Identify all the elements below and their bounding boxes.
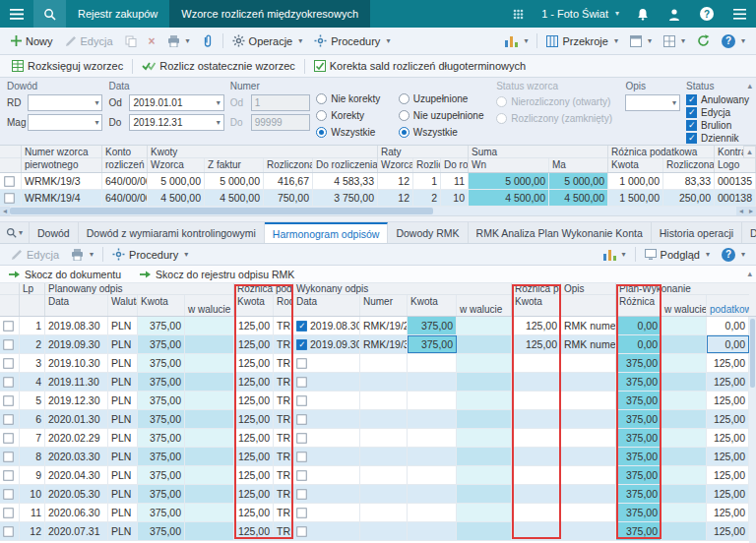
col-lp[interactable]: Lp [20, 283, 44, 295]
checkbox-icon[interactable] [4, 176, 14, 186]
checkbox-icon[interactable] [296, 470, 306, 480]
checkbox-icon[interactable] [3, 358, 13, 368]
row-select-cell[interactable] [0, 522, 20, 540]
detail-help-button[interactable]: ?▾ [716, 246, 751, 264]
col-rodzaj[interactable]: Rodzaj [274, 295, 293, 316]
cell-wyk_data[interactable] [293, 466, 360, 484]
col-raty-do-rozl[interactable]: Do rozl [441, 158, 469, 172]
schedule-grid-row[interactable]: 12019.08.30PLN375,00125,00TR2019.08.30RM… [0, 317, 749, 335]
main-grid-row[interactable]: WRMK/19/4640/00/064 500,004 500,00750,00… [0, 190, 756, 207]
checkbox-brulion[interactable]: Brulion [686, 119, 749, 132]
search-button[interactable] [33, 0, 66, 28]
col-raty-rozlicz[interactable]: Rozlicz [413, 158, 441, 172]
checkbox-anulowany[interactable]: Anulowany [686, 93, 749, 106]
checkbox-icon[interactable] [3, 508, 13, 517]
help-button[interactable]: ? [690, 7, 724, 21]
rozlicz-ostatecznie-button[interactable]: Rozlicz ostatecznie wzorzec [136, 58, 301, 74]
checkbox-icon[interactable] [3, 377, 13, 387]
col-numer-wzorca[interactable]: Numer wzorca [22, 146, 101, 158]
schedule-grid-row[interactable]: 82020.03.30PLN375,00125,00TR375,00125,00 [0, 448, 749, 466]
checkbox-icon[interactable] [296, 377, 306, 387]
scroll-left-arrow[interactable]: ◂ [0, 207, 10, 215]
tab-harmonogram-odpisow[interactable]: Harmonogram odpisów [265, 222, 389, 243]
row-select-cell[interactable] [0, 410, 20, 428]
checkbox-icon[interactable] [3, 452, 13, 461]
cell-wyk_data[interactable] [293, 429, 360, 447]
cell-wyk_data[interactable] [293, 522, 360, 540]
user-button[interactable] [659, 8, 690, 21]
options-menu-button[interactable] [724, 9, 756, 20]
tab-dowody-nadrzedne[interactable]: Dowody nadrzędne [742, 222, 756, 243]
schedule-grid-row[interactable]: 42019.11.30PLN375,00125,00TR375,00125,00 [0, 373, 749, 392]
attachments-button[interactable] [196, 32, 220, 49]
copy-button[interactable] [119, 33, 143, 49]
cell-wyk_data[interactable] [293, 392, 360, 409]
col-plan-kwota[interactable]: Kwota [138, 295, 185, 316]
schedule-grid-row[interactable]: 112020.06.30PLN375,00125,00TR375,00125,0… [0, 504, 749, 522]
scroll-right-arrow[interactable]: ▸ [746, 207, 756, 215]
collapse-filter-chevron[interactable]: ▴ [747, 82, 752, 90]
cell-wyk_data[interactable] [293, 448, 360, 465]
row-select-cell[interactable] [0, 354, 20, 372]
checkbox-icon[interactable] [3, 470, 13, 480]
cell-wyk_data[interactable]: 2019.09.30 [293, 335, 360, 353]
col-wyk-w-walucie[interactable]: w walucie [457, 295, 512, 316]
col-z-faktur[interactable]: Z faktur [205, 158, 264, 172]
radio-korekty[interactable]: Korekty [316, 107, 393, 124]
company-selector[interactable]: 1 - Foto Świat▾ [534, 8, 627, 20]
scroll-left-arrow2[interactable]: ◂ [736, 207, 746, 215]
row-select-cell[interactable] [0, 448, 20, 465]
top-tab-rejestr-zakupow[interactable]: Rejestr zakupów [66, 0, 169, 28]
radio-uzupelnione-wszystkie[interactable]: Wszystkie [399, 124, 490, 141]
col-do-rozliczenia[interactable]: Do rozliczenia [313, 158, 378, 172]
checkbox-icon[interactable] [296, 414, 306, 424]
col-pw-w-walucie[interactable]: w walucie [662, 295, 707, 316]
schedule-grid-row[interactable]: 22019.09.30PLN375,00125,00TR2019.09.30RM… [0, 335, 749, 354]
checkbox-icon[interactable] [3, 339, 13, 349]
refresh-button[interactable] [691, 32, 716, 49]
cell-wyk_data[interactable] [293, 373, 360, 391]
cell-wyk_data[interactable] [293, 485, 360, 503]
cell-wyk_data[interactable] [293, 410, 360, 428]
procedures-menu[interactable]: Procedury▾ [308, 32, 396, 49]
help-toolbar-button[interactable]: ?▾ [716, 32, 751, 50]
checkbox-dziennik[interactable]: Dziennik [686, 132, 749, 145]
row-select-cell[interactable] [0, 485, 20, 503]
vertical-scrollbar[interactable] [749, 317, 756, 543]
schedule-grid-row[interactable]: 72020.02.29PLN375,00125,00TR375,00125,00 [0, 429, 749, 448]
tab-rmk-analiza[interactable]: RMK Analiza Plan Wykonanie Konta [469, 222, 652, 243]
detail-search-button[interactable]: ▾ [0, 222, 30, 243]
checkbox-icon[interactable] [296, 358, 306, 368]
col-rp-rozliczona[interactable]: Rozliczona [663, 158, 715, 172]
tab-dowod[interactable]: Dowód [30, 222, 79, 243]
row-select-cell[interactable] [0, 429, 20, 447]
cell-wyk_data[interactable]: 2019.08.30 [293, 317, 360, 334]
col-pw-podatkowa[interactable]: podatkowa [707, 295, 749, 316]
radio-rozliczony[interactable]: Rozliczony (zamknięty) [496, 110, 619, 127]
col-logo[interactable]: Logo [715, 158, 755, 172]
checkbox-checked-icon[interactable] [296, 321, 306, 331]
checkbox-icon[interactable] [296, 452, 306, 461]
jump-to-document-link[interactable]: Skocz do dokumentu [8, 269, 121, 280]
col-wzorca[interactable]: Wzorca [148, 158, 205, 172]
scrollbar-thumb[interactable] [10, 208, 433, 214]
numer-od-input[interactable]: 1 [251, 94, 311, 111]
checkbox-icon[interactable] [3, 526, 13, 536]
cell-wyk_data[interactable] [293, 504, 360, 521]
schedule-grid-row[interactable]: 62020.01.30PLN375,00125,00TR375,00125,00 [0, 410, 749, 429]
row-select-cell[interactable] [0, 373, 20, 391]
row-select-cell[interactable] [0, 190, 22, 206]
col-opis[interactable]: Opis [561, 283, 615, 295]
col-plan-waluta[interactable]: Waluta [108, 295, 138, 316]
detail-procedures-menu[interactable]: Procedury▾ [106, 246, 194, 263]
korekta-sald-button[interactable]: Korekta sald rozliczeń długoterminowych [308, 58, 532, 74]
checkbox-icon[interactable] [3, 321, 13, 331]
row-select-cell[interactable] [0, 466, 20, 484]
checkbox-icon[interactable] [3, 489, 13, 499]
checkbox-icon[interactable] [296, 526, 306, 536]
select-all-header[interactable] [0, 146, 21, 158]
sections-button[interactable]: Przekroje▾ [540, 33, 623, 49]
apps-grid-button[interactable] [503, 9, 534, 20]
row-select-cell[interactable] [0, 173, 22, 189]
scrollbar-thumb[interactable] [750, 319, 755, 388]
